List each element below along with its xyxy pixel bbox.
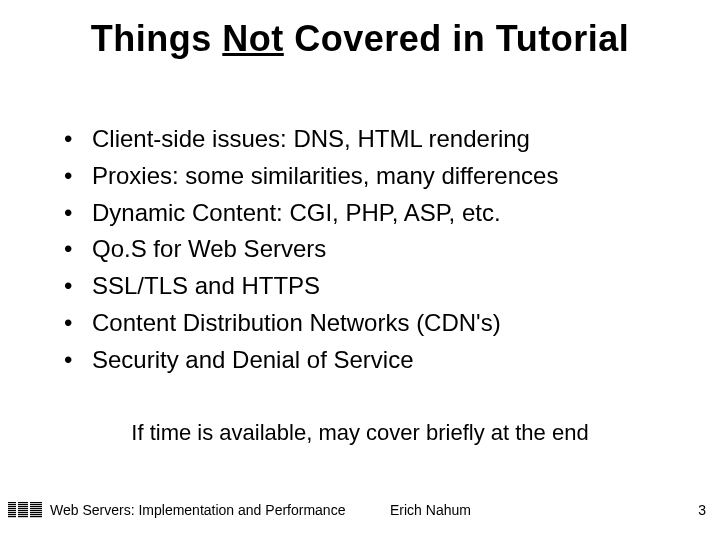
- page-number: 3: [698, 502, 706, 518]
- list-item: • SSL/TLS and HTTPS: [64, 269, 680, 304]
- svg-rect-7: [8, 516, 42, 517]
- footer: Web Servers: Implementation and Performa…: [0, 498, 720, 522]
- bullet-icon: •: [64, 306, 92, 341]
- bullet-text: SSL/TLS and HTTPS: [92, 269, 320, 304]
- svg-rect-1: [8, 504, 42, 505]
- title-post: Covered in Tutorial: [284, 18, 629, 59]
- bullet-icon: •: [64, 159, 92, 194]
- list-item: • Content Distribution Networks (CDN's): [64, 306, 680, 341]
- list-item: • Proxies: some similarities, many diffe…: [64, 159, 680, 194]
- bullet-icon: •: [64, 122, 92, 157]
- svg-rect-9: [28, 502, 30, 518]
- svg-rect-8: [16, 502, 18, 518]
- bullet-icon: •: [64, 232, 92, 267]
- list-item: • Qo.S for Web Servers: [64, 232, 680, 267]
- bullet-text: Client-side issues: DNS, HTML rendering: [92, 122, 530, 157]
- title-pre: Things: [91, 18, 223, 59]
- title-underlined: Not: [222, 18, 283, 59]
- footer-author: Erich Nahum: [390, 502, 471, 518]
- bullet-icon: •: [64, 269, 92, 304]
- ibm-logo-icon: [8, 502, 42, 518]
- footer-title: Web Servers: Implementation and Performa…: [50, 502, 345, 518]
- svg-rect-5: [8, 512, 42, 513]
- bullet-text: Proxies: some similarities, many differe…: [92, 159, 558, 194]
- bullet-icon: •: [64, 196, 92, 231]
- bullet-text: Qo.S for Web Servers: [92, 232, 326, 267]
- slide: Things Not Covered in Tutorial • Client-…: [0, 0, 720, 540]
- list-item: • Dynamic Content: CGI, PHP, ASP, etc.: [64, 196, 680, 231]
- svg-rect-4: [8, 510, 42, 511]
- bullet-text: Security and Denial of Service: [92, 343, 414, 378]
- list-item: • Security and Denial of Service: [64, 343, 680, 378]
- svg-rect-0: [8, 502, 42, 503]
- svg-rect-6: [8, 514, 42, 515]
- closing-note: If time is available, may cover briefly …: [0, 420, 720, 446]
- svg-rect-2: [8, 506, 42, 507]
- list-item: • Client-side issues: DNS, HTML renderin…: [64, 122, 680, 157]
- bullet-list: • Client-side issues: DNS, HTML renderin…: [64, 120, 680, 380]
- bullet-text: Dynamic Content: CGI, PHP, ASP, etc.: [92, 196, 501, 231]
- bullet-text: Content Distribution Networks (CDN's): [92, 306, 501, 341]
- svg-rect-3: [8, 508, 42, 509]
- bullet-icon: •: [64, 343, 92, 378]
- slide-title: Things Not Covered in Tutorial: [0, 18, 720, 60]
